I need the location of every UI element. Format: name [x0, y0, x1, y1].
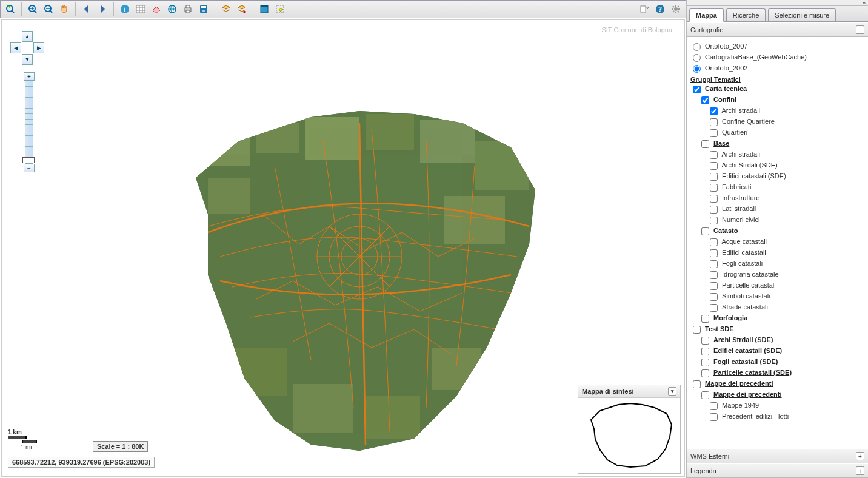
overview-collapse-button[interactable]: ▾ — [668, 387, 676, 396]
zoom-extent-icon[interactable] — [3, 2, 18, 16]
layer-checkbox[interactable]: Idrografia catastale — [707, 269, 866, 280]
pan-icon[interactable] — [57, 2, 72, 16]
zoom-out-button[interactable]: − — [24, 164, 35, 172]
layer-checkbox[interactable]: Fogli catastali — [707, 258, 866, 269]
zoom-track[interactable] — [25, 81, 33, 164]
layer-checkbox[interactable]: Mappe 1949 — [707, 400, 866, 411]
map-image — [172, 105, 547, 457]
layer-checkbox[interactable]: Precedenti edilizi - lotti — [707, 411, 866, 422]
layer-checkbox[interactable]: Infrastrutture — [707, 192, 866, 203]
layer-add-icon[interactable] — [219, 2, 233, 16]
minus-icon[interactable]: − — [856, 25, 864, 34]
svg-rect-31 — [366, 396, 420, 439]
globe-icon[interactable] — [165, 2, 179, 16]
basemap-radio[interactable]: Ortofoto_2007 — [690, 41, 866, 52]
prev-extent-icon[interactable] — [79, 2, 94, 16]
svg-rect-23 — [305, 117, 359, 160]
svg-rect-8 — [186, 5, 190, 8]
layer-checkbox[interactable]: Confini — [699, 94, 866, 105]
zoom-handle[interactable] — [22, 157, 35, 163]
layer-checkbox[interactable]: Acque catastali — [707, 236, 866, 247]
layer-checkbox[interactable]: Fabbricati — [707, 181, 866, 192]
layer-checkbox[interactable]: Edifici catastali (SDE) — [699, 345, 866, 356]
svg-text:?: ? — [658, 6, 662, 13]
svg-rect-30 — [293, 384, 353, 433]
zoom-in-button[interactable]: + — [24, 72, 35, 81]
plus-icon[interactable]: + — [856, 452, 864, 460]
layer-checkbox[interactable]: Mappe dei precedenti — [699, 389, 866, 400]
identify-icon[interactable]: i — [118, 2, 132, 16]
layer-checkbox[interactable]: Archi Strdali (SDE) — [707, 160, 866, 170]
zoom-in-icon[interactable] — [25, 2, 40, 16]
layer-checkbox[interactable]: Edifici catastali — [707, 247, 866, 258]
accordion-cartografie-title: Cartografie — [690, 26, 856, 33]
svg-rect-5 — [136, 5, 145, 13]
layer-checkbox[interactable]: Test SDE — [690, 323, 866, 334]
zoom-out-icon[interactable] — [41, 2, 56, 16]
layer-checkbox[interactable]: Strade catastali — [707, 301, 866, 312]
accordion-wms-head[interactable]: WMS Esterni + — [687, 449, 868, 463]
accordion-legenda-head[interactable]: Legenda + — [687, 463, 868, 478]
svg-point-19 — [674, 7, 678, 11]
zoom-slider[interactable]: + − — [24, 72, 35, 172]
layer-checkbox[interactable]: Confine Quartiere — [707, 116, 866, 127]
help-icon[interactable]: ? — [653, 2, 667, 16]
scale-text: Scale = 1 : 80K — [93, 441, 148, 452]
layer-remove-icon[interactable] — [235, 2, 249, 16]
layer-checkbox[interactable]: Simboli catastali — [707, 291, 866, 301]
svg-rect-11 — [201, 6, 206, 8]
accordion-cartografie-head[interactable]: Cartografie − — [687, 22, 868, 37]
overview-map: Mappa di sintesi ▾ — [578, 385, 681, 474]
overview-title: Mappa di sintesi — [582, 388, 668, 395]
layer-checkbox[interactable]: Particelle catastali (SDE) — [699, 367, 866, 378]
layer-checkbox[interactable]: Particelle catastali — [707, 280, 866, 291]
svg-rect-26 — [475, 141, 529, 190]
pan-left-button[interactable]: ◀ — [10, 42, 21, 53]
overview-body[interactable] — [578, 398, 680, 473]
layer-checkbox[interactable]: Mappe dei precedenti — [690, 378, 866, 389]
accordion-wms-title: WMS Esterni — [690, 453, 856, 460]
export-icon[interactable] — [637, 2, 652, 16]
svg-rect-22 — [256, 123, 299, 153]
sidebar-collapse-handle[interactable]: » — [687, 0, 868, 6]
layer-checkbox[interactable]: Edifici catastali (SDE) — [707, 170, 866, 181]
tab-mappa[interactable]: Mappa — [689, 8, 724, 22]
select-icon[interactable] — [273, 2, 287, 16]
settings-icon[interactable] — [669, 2, 683, 16]
pan-down-button[interactable]: ▼ — [22, 54, 33, 65]
scale-bar: 1 km 1 mi — [8, 429, 44, 451]
layer-checkbox[interactable]: Quartieri — [707, 127, 866, 138]
basemap-radio[interactable]: Ortofoto_2002 — [690, 62, 866, 73]
layer-checkbox[interactable]: Archi stradali — [707, 149, 866, 160]
gruppi-title: Gruppi Tematici — [690, 76, 866, 83]
tab-selezioni[interactable]: Selezioni e misure — [768, 8, 836, 21]
table-icon[interactable] — [133, 2, 148, 16]
layer-checkbox[interactable]: Numeri civici — [707, 214, 866, 225]
pan-up-button[interactable]: ▲ — [22, 31, 33, 42]
layer-checkbox[interactable]: Carta tecnica — [690, 83, 866, 94]
window-icon[interactable] — [257, 2, 272, 16]
layer-checkbox[interactable]: Catasto — [699, 225, 866, 236]
tab-ricerche[interactable]: Ricerche — [726, 8, 766, 21]
main-toolbar: i ? — [0, 0, 686, 18]
svg-rect-32 — [432, 348, 481, 390]
save-icon[interactable] — [196, 2, 211, 16]
scale-mi-label: 1 mi — [8, 444, 44, 451]
plus-icon[interactable]: + — [856, 466, 864, 475]
basemap-radio[interactable]: CartografiaBase_(GeoWebCache) — [690, 52, 866, 62]
print-icon[interactable] — [181, 2, 195, 16]
eraser-icon[interactable] — [149, 2, 164, 16]
next-extent-icon[interactable] — [95, 2, 110, 16]
attribution: SIT Comune di Bologna — [601, 26, 672, 33]
svg-rect-16 — [641, 6, 646, 12]
svg-rect-28 — [444, 196, 505, 244]
layer-checkbox[interactable]: Base — [699, 138, 866, 149]
map-canvas[interactable]: SIT Comune di Bologna ▲ ▼ ◀ ▶ + − — [1, 19, 685, 477]
layer-checkbox[interactable]: Morfologia — [699, 312, 866, 323]
pan-right-button[interactable]: ▶ — [33, 42, 44, 53]
layer-checkbox[interactable]: Lati stradali — [707, 203, 866, 214]
layer-checkbox[interactable]: Archi stradali — [707, 105, 866, 116]
accordion-legenda-title: Legenda — [690, 467, 856, 474]
layer-checkbox[interactable]: Archi Strdali (SDE) — [699, 334, 866, 345]
layer-checkbox[interactable]: Fogli catastali (SDE) — [699, 356, 866, 367]
